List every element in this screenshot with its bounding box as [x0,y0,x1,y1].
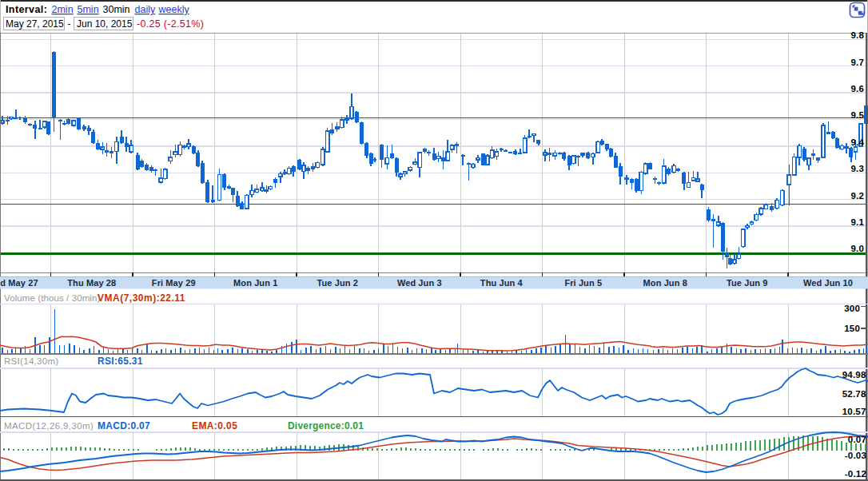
svg-text:d May 27: d May 27 [0,278,38,288]
svg-text:9.5: 9.5 [850,110,864,120]
svg-text:Tue Jun 2: Tue Jun 2 [317,278,358,288]
svg-text:52.78: 52.78 [842,389,866,399]
svg-text:VMA(7,30m):22.11: VMA(7,30m):22.11 [98,292,185,304]
svg-text:150: 150 [844,324,860,333]
svg-text:Wed Jun 10: Wed Jun 10 [803,278,853,288]
svg-text:May 27, 2015: May 27, 2015 [6,18,64,30]
svg-text:94.98: 94.98 [842,370,866,380]
svg-text:RSI(14,30m): RSI(14,30m) [4,356,59,366]
svg-text:Interval:: Interval: [6,4,47,15]
svg-text:Wed Jun 3: Wed Jun 3 [397,278,442,288]
svg-text:weekly: weekly [158,4,190,15]
svg-text:EMA:0.05: EMA:0.05 [192,420,237,431]
svg-text:9.1: 9.1 [850,217,864,227]
svg-text:9.4: 9.4 [850,137,864,147]
svg-text:9.3: 9.3 [850,164,864,173]
svg-text:Mon Jun 8: Mon Jun 8 [643,278,687,288]
svg-text:2min: 2min [52,4,74,15]
svg-text:9.6: 9.6 [850,84,864,93]
svg-text:Divergence:0.01: Divergence:0.01 [288,420,364,431]
svg-text:MACD(12,26,9,30m): MACD(12,26,9,30m) [4,421,94,431]
svg-text:10.57: 10.57 [842,407,866,416]
svg-text:0.07: 0.07 [848,435,866,444]
svg-text:9.2: 9.2 [850,191,864,201]
svg-text:MACD:0.07: MACD:0.07 [98,420,150,431]
svg-text:9.8: 9.8 [850,30,864,40]
svg-text:-0.12: -0.12 [845,469,866,479]
svg-text:9.7: 9.7 [850,58,864,67]
svg-text:-0.03: -0.03 [845,451,866,460]
svg-text:9.0: 9.0 [850,244,864,253]
svg-text:daily: daily [135,4,156,15]
svg-text:300: 300 [844,304,860,313]
svg-text:Thu May 28: Thu May 28 [67,278,116,288]
svg-text:Thu Jun 4: Thu Jun 4 [480,278,524,288]
svg-text:Jun 10, 2015: Jun 10, 2015 [77,18,133,30]
svg-text:5min: 5min [78,4,99,15]
svg-text:RSI:65.31: RSI:65.31 [98,356,143,367]
svg-text:Mon Jun 1: Mon Jun 1 [233,278,277,288]
svg-text:-0.25 (-2.51%): -0.25 (-2.51%) [137,18,204,30]
svg-text:Volume (thous / 30min): Volume (thous / 30min) [4,293,101,303]
svg-text:30min: 30min [103,4,130,15]
svg-text:Fri May 29: Fri May 29 [152,278,196,288]
svg-text:Fri Jun 5: Fri Jun 5 [564,278,602,288]
svg-text:Tue Jun 9: Tue Jun 9 [727,278,767,288]
svg-text:-: - [68,18,71,30]
